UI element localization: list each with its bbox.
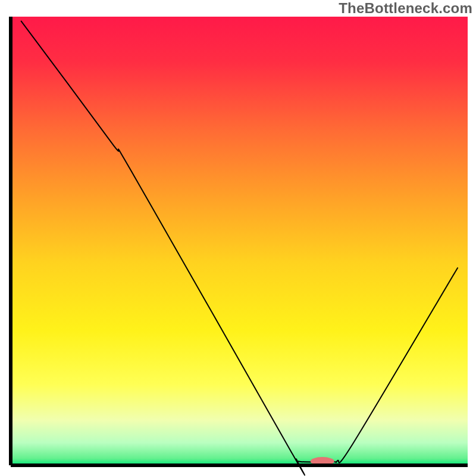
gradient-background: [11, 17, 468, 465]
chart-container: TheBottleneck.com: [0, 0, 476, 476]
bottleneck-chart: [0, 0, 476, 476]
watermark-label: TheBottleneck.com: [339, 0, 472, 17]
